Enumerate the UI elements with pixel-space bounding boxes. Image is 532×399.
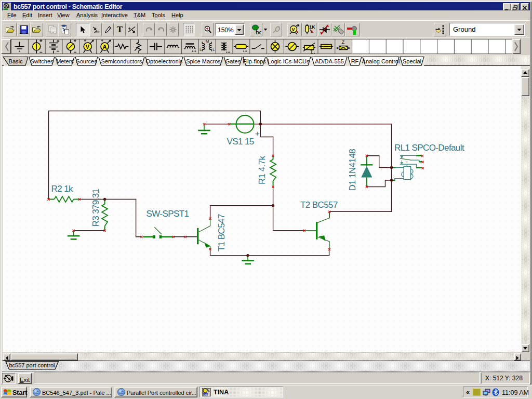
svg-text:M: M (206, 39, 209, 44)
svg-text:DC: DC (256, 30, 262, 35)
svg-text:+: + (255, 129, 260, 138)
svg-text:Optoelectronic: Optoelectronic (146, 58, 183, 64)
svg-text:Spice Macros: Spice Macros (186, 58, 221, 64)
svg-text:Analog Control: Analog Control (362, 58, 400, 64)
svg-text:R1 4.7k: R1 4.7k (257, 156, 267, 184)
svg-text:1K: 1K (309, 24, 315, 30)
svg-text:Semiconductors: Semiconductors (101, 58, 142, 64)
svg-text:VS1 15: VS1 15 (227, 137, 254, 147)
svg-text:Gates: Gates (225, 58, 241, 64)
svg-text:Meters: Meters (56, 58, 74, 64)
svg-text:RF: RF (351, 58, 359, 64)
svg-text:R2 1k: R2 1k (51, 184, 74, 194)
svg-text:T2 BC557: T2 BC557 (300, 200, 338, 210)
svg-text:Basic: Basic (9, 58, 23, 64)
svg-text:T1 BC547: T1 BC547 (217, 214, 227, 251)
svg-text:Flip-flops: Flip-flops (243, 58, 266, 64)
svg-text:L: L (212, 48, 215, 51)
svg-text:DSE: DSE (204, 393, 210, 396)
svg-text:Special: Special (403, 58, 421, 64)
svg-text:Sources: Sources (76, 58, 97, 64)
svg-text:V: V (86, 44, 90, 50)
svg-text:SW-SPST1: SW-SPST1 (147, 209, 189, 219)
svg-text:RL1 SPCO-Default: RL1 SPCO-Default (394, 143, 464, 153)
svg-text:Z: Z (342, 39, 345, 45)
svg-text:Switches: Switches (30, 58, 54, 64)
svg-text:A: A (103, 44, 107, 50)
svg-text:R3 379.31: R3 379.31 (91, 189, 101, 227)
svg-text:bc557 port control: bc557 port control (9, 362, 55, 368)
svg-text:D1 1N4148: D1 1N4148 (348, 149, 357, 191)
svg-text:Logic ICs-MCUs: Logic ICs-MCUs (268, 58, 310, 64)
svg-text:V: V (292, 27, 295, 32)
svg-text:AD/DA-555: AD/DA-555 (315, 58, 344, 64)
svg-text:L: L (200, 48, 202, 51)
